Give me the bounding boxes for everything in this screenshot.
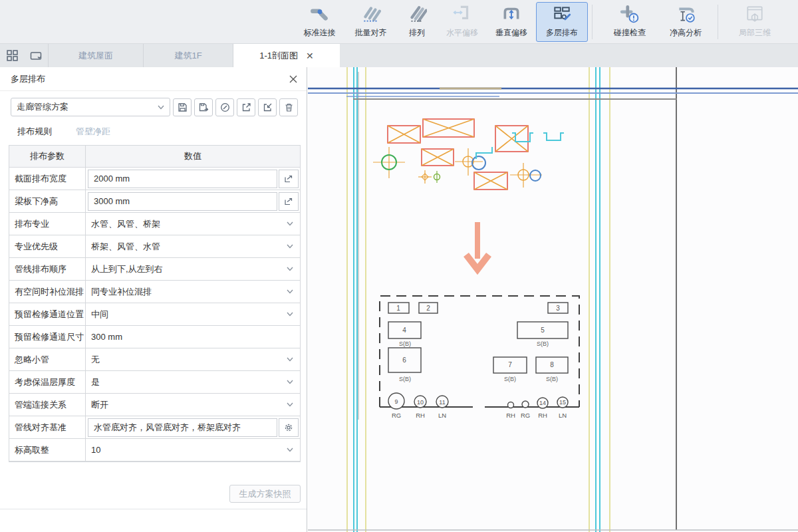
panel-title: 多层排布 [11, 73, 45, 85]
tool-multilayer-arrange[interactable]: 多层排布 [536, 2, 588, 42]
svg-text:S(B): S(B) [546, 376, 558, 382]
duct-symbol [474, 172, 507, 190]
discipline-select[interactable]: 水管、风管、桥架 [86, 213, 300, 235]
chevron-down-icon [287, 221, 293, 226]
svg-text:RH: RH [538, 412, 547, 419]
view-tab-label: 建筑屋面 [78, 50, 113, 62]
elevation-round-select[interactable]: 10 [86, 439, 300, 462]
svg-text:8: 8 [550, 361, 554, 368]
svg-text:RH: RH [506, 412, 515, 419]
tab-arrange-rules[interactable]: 排布规则 [17, 126, 52, 138]
view-tab-section-1-1[interactable]: 1-1剖面图 ✕ [233, 44, 340, 67]
pipe-symbols [373, 147, 542, 188]
svg-text:4: 4 [402, 327, 406, 334]
svg-text:11: 11 [439, 399, 445, 406]
view-tab-roof[interactable]: 建筑屋面 [48, 44, 143, 67]
svg-text:S(B): S(B) [504, 376, 516, 382]
tool-label: 批量对齐 [355, 27, 387, 39]
fill-mix-select[interactable]: 同专业补位混排 [86, 281, 300, 303]
generate-snapshot-button[interactable]: 生成方案快照 [229, 485, 301, 503]
rule-table: 排布参数 数值 截面排布宽度 2000 mm 梁板下净高 3000 mm [9, 145, 301, 462]
rename-scheme-button[interactable] [215, 98, 234, 116]
pick-from-view-button[interactable] [279, 170, 299, 188]
export-scheme-button[interactable] [237, 98, 255, 116]
multilayer-arrange-icon [552, 5, 572, 26]
pipe-symbol-orange [510, 163, 542, 188]
grid-view-icon[interactable] [0, 44, 24, 67]
view-tab-label: 1-1剖面图 [259, 50, 298, 62]
import-scheme-button[interactable] [258, 98, 277, 116]
chevron-down-icon [158, 105, 164, 110]
result-boxes [388, 303, 568, 373]
svg-text:9: 9 [394, 398, 398, 405]
table-row: 考虑保温层厚度 是 [9, 371, 300, 394]
table-row: 排布专业 水管、风管、桥架 [9, 213, 300, 235]
pick-from-view-button[interactable] [279, 192, 299, 211]
save-scheme-button[interactable] [173, 98, 192, 116]
rule-tabs: 排布规则 管壁净距 [0, 116, 307, 138]
scheme-select[interactable]: 走廊管综方案 [11, 98, 170, 116]
end-connection-select[interactable]: 断开 [86, 394, 300, 416]
col-value: 数值 [86, 146, 300, 168]
tool-vertical-offset[interactable]: 垂直偏移 [487, 2, 536, 42]
beam-clearance-input[interactable]: 3000 mm [88, 192, 277, 211]
table-header: 排布参数 数值 [9, 146, 300, 168]
result-sb-labels: S(B) S(B) S(B) S(B) S(B) [399, 340, 558, 382]
duct-symbol [495, 126, 528, 152]
svg-text:10: 10 [417, 399, 424, 406]
svg-text:S(B): S(B) [399, 376, 411, 382]
svg-text:S(B): S(B) [399, 340, 411, 347]
tab-close-icon[interactable]: ✕ [306, 51, 314, 61]
col-parameter: 排布参数 [9, 146, 86, 168]
tool-label: 垂直偏移 [495, 27, 527, 39]
svg-text:LN: LN [438, 412, 446, 419]
tool-arrange[interactable]: 排列 [396, 2, 438, 42]
tool-horizontal-offset[interactable]: 水平偏移 [438, 2, 487, 42]
svg-text:2: 2 [426, 305, 430, 312]
svg-text:S(B): S(B) [537, 340, 549, 347]
export-icon [241, 102, 251, 112]
pick-icon [284, 174, 293, 184]
switch-window-icon[interactable] [24, 44, 48, 67]
access-size-input[interactable]: 300 mm [86, 326, 300, 348]
tool-batch-align[interactable]: 批量对齐 [345, 2, 396, 42]
section-width-input[interactable]: 2000 mm [88, 170, 277, 188]
svg-text:14: 14 [539, 400, 546, 406]
align-basis-input[interactable]: 水管底对齐，风管底对齐，桥架底对齐 [88, 418, 277, 437]
down-arrow [466, 222, 489, 269]
priority-select[interactable]: 桥架、风管、水管 [86, 235, 300, 258]
save-as-scheme-button[interactable] [194, 98, 213, 116]
tool-local-3d[interactable]: 局部三维 [726, 2, 783, 42]
svg-text:6: 6 [402, 356, 406, 364]
table-row: 标高取整 10 [9, 439, 300, 462]
save-icon [178, 102, 188, 112]
ignore-small-pipe-select[interactable]: 无 [86, 348, 300, 371]
result-bottom-labels: RG RH LN RH RG RH LN [392, 412, 567, 419]
tab-pipe-clearance[interactable]: 管壁净距 [76, 126, 110, 138]
delete-scheme-button[interactable] [279, 98, 298, 116]
toolbar-separator [718, 5, 718, 39]
cyan-fitting-symbols [476, 133, 564, 159]
table-row: 截面排布宽度 2000 mm [9, 168, 300, 190]
insulation-select[interactable]: 是 [86, 371, 300, 394]
tool-clearance-analysis[interactable]: 净高分析 [658, 2, 714, 42]
chevron-down-icon [287, 267, 293, 271]
chevron-down-icon [287, 380, 293, 384]
view-tab-1f[interactable]: 建筑1F [143, 44, 233, 67]
access-position-select[interactable]: 中间 [86, 303, 300, 326]
svg-text:7: 7 [508, 361, 512, 368]
tool-section-truncated[interactable]: 剖 [783, 2, 798, 42]
scheme-row: 走廊管综方案 [0, 91, 307, 116]
align-settings-button[interactable] [279, 418, 299, 437]
drawing-canvas[interactable]: 1 2 3 4 5 6 7 8 S(B) S(B) S(B) S(B) S(B) [308, 67, 798, 532]
panel-close-icon[interactable] [289, 75, 297, 83]
tool-collision-check[interactable]: 碰撞检查 [602, 2, 658, 42]
svg-text:LN: LN [559, 412, 567, 419]
tool-label: 碰撞检查 [614, 27, 646, 39]
tool-standard-connection[interactable]: 标准连接 [294, 2, 345, 42]
result-circle-numbers: 9 10 11 14 15 [394, 398, 566, 406]
order-select[interactable]: 从上到下,从左到右 [86, 258, 300, 281]
horizontal-offset-icon [452, 5, 472, 26]
arrange-icon [407, 5, 427, 26]
view-tabbar: 建筑屋面 建筑1F 1-1剖面图 ✕ [0, 44, 798, 67]
